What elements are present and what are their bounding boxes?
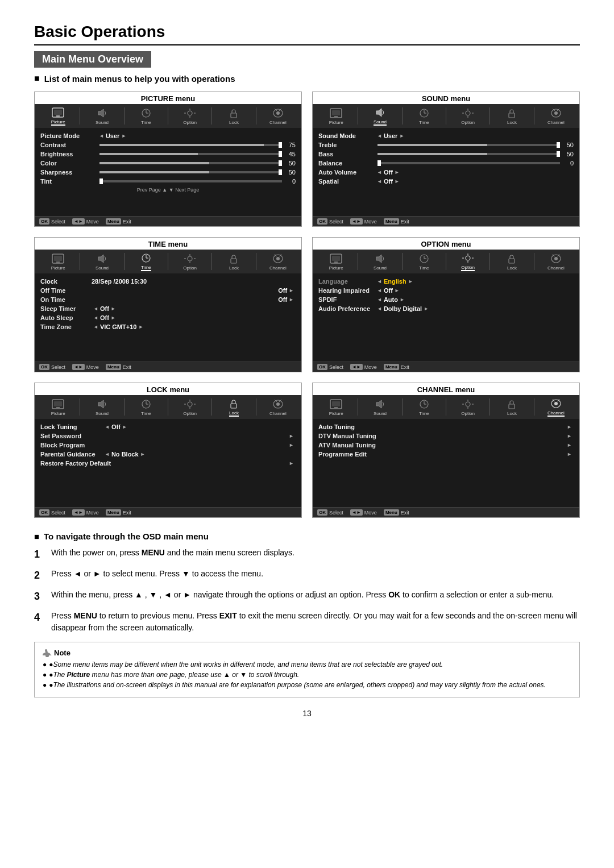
channel-nav-channel[interactable]: Channel: [536, 397, 576, 417]
option-nav-time-icon: [416, 252, 432, 265]
lock-footer-exit: Menu Exit: [106, 509, 131, 516]
svg-rect-69: [54, 401, 62, 406]
option-nav-sound[interactable]: Sound: [360, 252, 400, 271]
sound-nav-time-label: Time: [419, 120, 429, 125]
nav-picture-label: Picture: [51, 119, 65, 126]
time-nav-channel-icon: [270, 252, 286, 265]
step-4: 4 Press MENU to return to previous menu.…: [34, 610, 580, 634]
option-nav-option-label: Option: [461, 265, 475, 271]
time-nav-lock[interactable]: Lock: [214, 252, 254, 271]
channel-footer-exit: Menu Exit: [384, 509, 409, 516]
sound-row-bass: Bass 50: [318, 149, 574, 159]
svg-point-92: [466, 402, 470, 406]
channel-nav-channel-label: Channel: [547, 410, 565, 417]
time-nav-picture[interactable]: Picture: [38, 252, 78, 271]
lock-icon: [226, 107, 242, 119]
footer-select: OK Select: [39, 218, 65, 225]
picture-menu-footer: OK Select ◄► Move Menu Exit: [35, 216, 301, 226]
lock-menu-footer: OK Select ◄► Move Menu Exit: [35, 507, 301, 517]
lock-nav-picture[interactable]: Picture: [38, 398, 78, 416]
lock-row-restore: Restore Factory Default ►: [40, 459, 296, 468]
channel-nav-lock[interactable]: Lock: [492, 398, 532, 416]
option-nav-picture-icon: [328, 252, 344, 265]
time-row-off: Off Time Off ►: [40, 286, 296, 295]
channel-nav-channel-icon: [548, 397, 564, 410]
channel-row-atv: ATV Manual Tuning ►: [318, 441, 574, 450]
option-nav-time-label: Time: [419, 265, 429, 271]
nav-picture[interactable]: Picture: [38, 106, 78, 126]
channel-nav-picture[interactable]: Picture: [316, 398, 356, 416]
channel-nav-sound[interactable]: Sound: [360, 398, 400, 416]
svg-point-99: [554, 402, 558, 405]
channel-osd-nav: Picture Sound Time Option: [313, 395, 579, 419]
sound-nav-option-icon: [460, 107, 476, 119]
prev-page-note: Prev Page ▲ ▼ Next Page: [40, 186, 296, 194]
time-nav-option[interactable]: Option: [170, 252, 210, 271]
sound-menu-title: SOUND menu: [313, 92, 579, 104]
balance-slider: [377, 162, 560, 164]
channel-nav-option[interactable]: Option: [448, 398, 488, 416]
option-menu-box: OPTION menu Picture Sound Time: [312, 237, 580, 372]
nav-option[interactable]: Option: [170, 107, 210, 125]
nav-option-label: Option: [183, 120, 197, 125]
steps-list: 1 With the power on, press MENU and the …: [34, 547, 580, 634]
option-nav-picture[interactable]: Picture: [316, 252, 356, 271]
option-nav-lock-icon: [504, 252, 520, 265]
lock-nav-time[interactable]: Time: [126, 398, 166, 416]
time-nav-sound[interactable]: Sound: [82, 252, 122, 271]
time-nav-channel[interactable]: Channel: [258, 252, 298, 271]
picture-icon: [50, 106, 66, 119]
lock-nav-lock-icon: [226, 397, 242, 410]
svg-rect-12: [231, 113, 237, 118]
nav-sound[interactable]: Sound: [82, 107, 122, 125]
sound-nav-lock[interactable]: Lock: [492, 107, 532, 125]
option-row-audio-pref: Audio Preference ◄ Dolby Digital ►: [318, 304, 574, 313]
channel-nav-time[interactable]: Time: [404, 398, 444, 416]
sound-nav-time[interactable]: Time: [404, 107, 444, 125]
lock-nav-sound-icon: [94, 398, 110, 410]
picture-menu-content: Picture Mode ◄ User ► Contrast 75 Bright…: [35, 128, 301, 216]
svg-rect-86: [332, 401, 340, 406]
svg-marker-37: [98, 255, 103, 263]
svg-rect-18: [332, 110, 340, 115]
sound-menu-footer: OK Select ◄► Move Menu Exit: [313, 216, 579, 226]
lock-nav-sound[interactable]: Sound: [82, 398, 122, 416]
sound-nav-option[interactable]: Option: [448, 107, 488, 125]
option-nav-lock[interactable]: Lock: [492, 252, 532, 271]
option-nav-time[interactable]: Time: [404, 252, 444, 271]
sound-nav-picture[interactable]: Picture: [316, 107, 356, 125]
sound-osd-nav: Picture Sound Time Option: [313, 104, 579, 128]
sound-nav-sound[interactable]: Sound: [360, 106, 400, 126]
lock-nav-lock[interactable]: Lock: [214, 397, 254, 417]
time-menu-title: TIME menu: [35, 238, 301, 250]
channel-nav-option-label: Option: [461, 411, 475, 416]
svg-marker-20: [376, 109, 381, 117]
time-row-sleep: Sleep Timer ◄ Off ►: [40, 304, 296, 313]
option-nav-sound-icon: [372, 252, 388, 265]
time-nav-channel-label: Channel: [269, 265, 287, 271]
lock-osd-nav: Picture Sound Time Option: [35, 395, 301, 419]
nav-channel[interactable]: Channel: [258, 107, 298, 125]
bass-slider: [377, 153, 560, 155]
page-title: Basic Operations: [34, 23, 580, 45]
lock-menu-title: LOCK menu: [35, 383, 301, 395]
sound-row-auto-volume: Auto Volume ◄ Off ►: [318, 168, 574, 177]
option-nav-channel[interactable]: Channel: [536, 252, 576, 271]
nav-time[interactable]: Time: [126, 107, 166, 125]
lock-footer-select: OK Select: [39, 509, 65, 516]
nav-lock[interactable]: Lock: [214, 107, 254, 125]
step-2: 2 Press ◄ or ► to select menu. Press ▼ t…: [34, 568, 580, 583]
footer-move: ◄► Move: [72, 218, 99, 225]
svg-point-75: [188, 402, 192, 406]
svg-rect-97: [509, 404, 515, 409]
sound-row-spatial: Spatial ◄ Off ►: [318, 177, 574, 186]
lock-row-set-password: Set Password ►: [40, 431, 296, 441]
footer-exit: Menu Exit: [106, 218, 131, 225]
lock-nav-picture-icon: [50, 398, 66, 410]
channel-row-auto: Auto Tuning ►: [318, 422, 574, 431]
lock-nav-channel[interactable]: Channel: [258, 398, 298, 416]
sound-nav-channel[interactable]: Channel: [536, 107, 576, 125]
option-nav-option[interactable]: Option: [448, 252, 488, 271]
lock-nav-option[interactable]: Option: [170, 398, 210, 416]
time-nav-time[interactable]: Time: [126, 252, 166, 271]
